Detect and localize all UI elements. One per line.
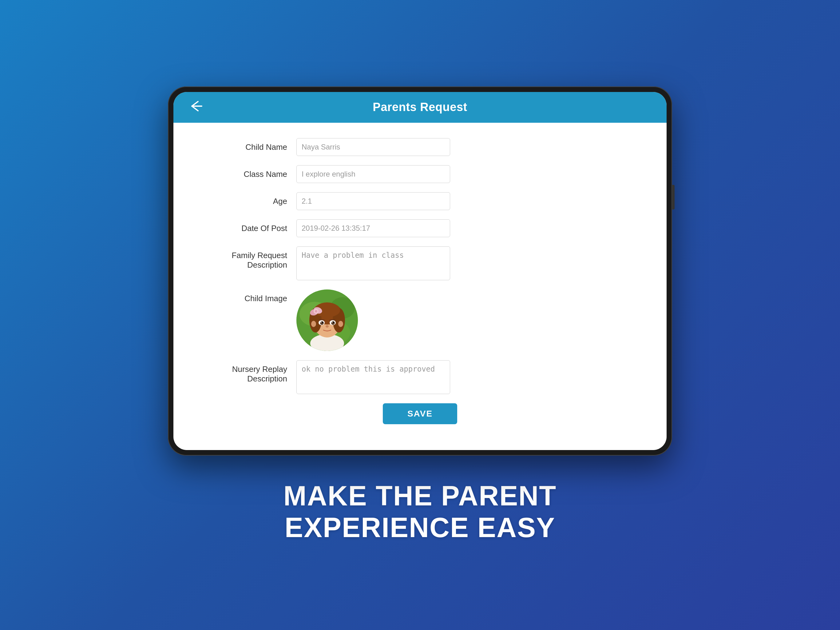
age-row: Age (210, 192, 630, 210)
svg-point-16 (331, 321, 335, 325)
svg-point-11 (311, 321, 316, 327)
save-button[interactable]: save (383, 403, 457, 424)
svg-point-17 (322, 322, 323, 323)
tagline-line1: MAKE THE PARENT (284, 480, 556, 512)
form-content: Child Name Class Name Age Date Of Post (174, 123, 666, 450)
svg-point-20 (332, 321, 333, 322)
date-input[interactable] (297, 219, 450, 237)
class-name-row: Class Name (210, 165, 630, 183)
child-name-row: Child Name (210, 138, 630, 156)
tagline-section: MAKE THE PARENT EXPERIENCE EASY (284, 480, 556, 544)
child-image-label: Child Image (210, 290, 297, 303)
class-name-label: Class Name (210, 165, 297, 179)
app-header: Parents Request (174, 92, 666, 123)
svg-point-12 (338, 321, 343, 327)
age-label: Age (210, 192, 297, 206)
class-name-input[interactable] (297, 165, 450, 183)
save-row: save (210, 403, 630, 434)
tablet-screen: Parents Request Child Name Class Name Ag… (174, 92, 666, 450)
date-label: Date Of Post (210, 219, 297, 233)
family-request-textarea[interactable]: Have a problem in class (297, 246, 450, 280)
nursery-replay-textarea[interactable]: ok no problem this is approved (297, 360, 450, 394)
tagline-line2: EXPERIENCE EASY (284, 512, 556, 544)
svg-point-18 (333, 322, 334, 323)
nursery-replay-label: Nursery Replay Description (210, 360, 297, 384)
child-name-input[interactable] (297, 138, 450, 156)
child-image-row: Child Image (210, 290, 630, 351)
tablet-device: Parents Request Child Name Class Name Ag… (168, 86, 672, 456)
nursery-replay-row: Nursery Replay Description ok no problem… (210, 360, 630, 394)
child-name-label: Child Name (210, 138, 297, 152)
page-title: Parents Request (373, 101, 467, 114)
child-image-container (297, 290, 358, 351)
svg-point-25 (315, 310, 317, 313)
svg-point-19 (321, 321, 322, 322)
back-button[interactable] (189, 100, 204, 114)
svg-point-15 (320, 321, 324, 325)
tablet-frame: Parents Request Child Name Class Name Ag… (168, 86, 672, 456)
svg-point-21 (325, 325, 329, 328)
family-request-row: Family Request Description Have a proble… (210, 246, 630, 280)
child-avatar-svg (297, 290, 358, 351)
date-row: Date Of Post (210, 219, 630, 237)
family-request-label: Family Request Description (210, 246, 297, 270)
age-input[interactable] (297, 192, 450, 210)
